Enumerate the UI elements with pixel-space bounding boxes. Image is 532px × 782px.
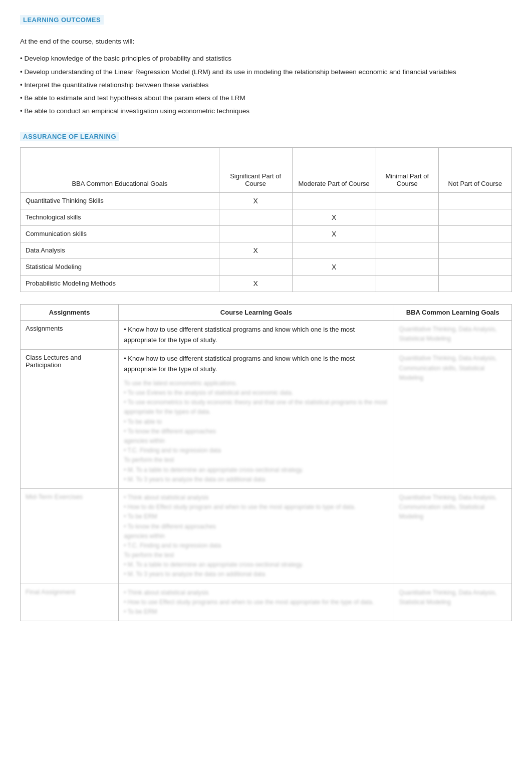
moderate-mark: X [292, 209, 376, 225]
aol-header-goals: BBA Common Educational Goals [21, 147, 219, 192]
minimal-mark [376, 209, 438, 225]
goal-label: Probabilistic Modeling Methods [21, 275, 219, 292]
bullet-4: • Be able to estimate and test hypothesi… [20, 92, 512, 104]
not-mark [438, 225, 511, 242]
assignments-table: Assignments Course Learning Goals BBA Co… [20, 304, 512, 622]
minimal-mark [376, 242, 438, 258]
minimal-mark [376, 258, 438, 275]
goal-label: Data Analysis [21, 242, 219, 258]
aol-table-header-row: BBA Common Educational Goals Significant… [21, 147, 512, 192]
minimal-mark [376, 192, 438, 209]
aol-header-moderate: Moderate Part of Course [292, 147, 376, 192]
table-row: Probabilistic Modeling Methods X [21, 275, 512, 292]
aol-table: BBA Common Educational Goals Significant… [20, 147, 512, 292]
bba-cell: Quantitative Thinking, Data Analysis, St… [394, 584, 511, 621]
bullet-3: • Interpret the quantitative relationshi… [20, 79, 512, 91]
table-row: Final Assignment • Think about statistic… [21, 584, 512, 621]
minimal-mark [376, 225, 438, 242]
bba-cell: Quantitative Thinking, Data Analysis, Co… [394, 350, 511, 489]
not-mark [438, 192, 511, 209]
bba-header: BBA Common Learning Goals [394, 304, 511, 320]
not-mark [438, 242, 511, 258]
table-row: Quantitative Thinking Skills X [21, 192, 512, 209]
assignment-label: Class Lectures and Participation [21, 350, 119, 489]
aol-header-significant: Significant Part of Course [219, 147, 292, 192]
assign-header: Assignments [21, 304, 119, 320]
significant-mark [219, 209, 292, 225]
not-mark [438, 275, 511, 292]
assignment-label: Final Assignment [21, 584, 119, 621]
not-mark [438, 209, 511, 225]
learning-outcomes-intro: At the end of the course, students will: [20, 37, 512, 47]
not-mark [438, 258, 511, 275]
course-goals-header: Course Learning Goals [119, 304, 394, 320]
assignment-label: Assignments [21, 320, 119, 350]
bba-blurred: Quantitative Thinking, Data Analysis, Co… [399, 493, 506, 522]
goal-blurred: To use the latest econometric applicatio… [124, 379, 388, 484]
goal-label: Statistical Modeling [21, 258, 219, 275]
assign-blurred-2: Final Assignment [26, 588, 113, 596]
significant-mark [219, 258, 292, 275]
table-row: Mid-Term Exercises • Think about statist… [21, 488, 512, 584]
assignments-section: Assignments Course Learning Goals BBA Co… [20, 304, 512, 622]
moderate-mark [292, 192, 376, 209]
significant-mark: X [219, 242, 292, 258]
bullet-1: • Develop knowledge of the basic princip… [20, 53, 512, 65]
table-row: Statistical Modeling X [21, 258, 512, 275]
assign-blurred: Mid-Term Exercises [26, 493, 113, 500]
goal-bullet-visible: • Know how to use different statistical … [124, 354, 388, 375]
course-goals-cell: • Think about statistical analysis • How… [119, 584, 394, 621]
table-row: Technological skills X [21, 209, 512, 225]
aol-table-body: Quantitative Thinking Skills X Technolog… [21, 192, 512, 292]
aol-header-not: Not Part of Course [438, 147, 511, 192]
table-row: Assignments • Know how to use different … [21, 320, 512, 350]
bba-blurred: Quantitative Thinking, Data Analysis, Co… [399, 354, 506, 383]
assignment-label: Mid-Term Exercises [21, 488, 119, 584]
moderate-mark [292, 275, 376, 292]
goal-label: Technological skills [21, 209, 219, 225]
bullet-5: • Be able to conduct an empirical invest… [20, 105, 512, 117]
assurance-heading: ASSURANCE OF LEARNING [20, 132, 119, 141]
moderate-mark: X [292, 258, 376, 275]
table-row: Data Analysis X [21, 242, 512, 258]
assignments-table-body: Assignments • Know how to use different … [21, 320, 512, 621]
minimal-mark [376, 275, 438, 292]
significant-mark [219, 225, 292, 242]
learning-outcomes-heading: LEARNING OUTCOMES [20, 15, 104, 25]
table-row: Communication skills X [21, 225, 512, 242]
bba-blurred-2: Quantitative Thinking, Data Analysis, St… [399, 588, 506, 607]
course-goals-cell: • Know how to use different statistical … [119, 350, 394, 489]
learning-outcomes-bullets: • Develop knowledge of the basic princip… [20, 53, 512, 117]
table-row: Class Lectures and Participation • Know … [21, 350, 512, 489]
goal-label: Communication skills [21, 225, 219, 242]
bullet-2: • Develop understanding of the Linear Re… [20, 66, 512, 78]
significant-mark: X [219, 275, 292, 292]
moderate-mark: X [292, 225, 376, 242]
moderate-mark [292, 242, 376, 258]
course-goals-cell: • Know how to use different statistical … [119, 320, 394, 350]
assign-text: Class Lectures and Participation [26, 354, 113, 369]
goal-blurred-2: • Think about statistical analysis • How… [124, 588, 388, 617]
goal-blurred: • Think about statistical analysis • How… [124, 493, 388, 580]
goal-bullet: • Know how to use different statistical … [124, 325, 388, 346]
significant-mark: X [219, 192, 292, 209]
bba-blurred: Quantitative Thinking, Data Analysis, St… [399, 325, 506, 344]
aol-header-minimal: Minimal Part of Course [376, 147, 438, 192]
bba-cell: Quantitative Thinking, Data Analysis, Co… [394, 488, 511, 584]
learning-outcomes-section: LEARNING OUTCOMES At the end of the cour… [20, 15, 512, 118]
course-goals-cell: • Think about statistical analysis • How… [119, 488, 394, 584]
assurance-section: ASSURANCE OF LEARNING BBA Common Educati… [20, 132, 512, 292]
bba-cell: Quantitative Thinking, Data Analysis, St… [394, 320, 511, 350]
assignments-header-row: Assignments Course Learning Goals BBA Co… [21, 304, 512, 320]
goal-label: Quantitative Thinking Skills [21, 192, 219, 209]
